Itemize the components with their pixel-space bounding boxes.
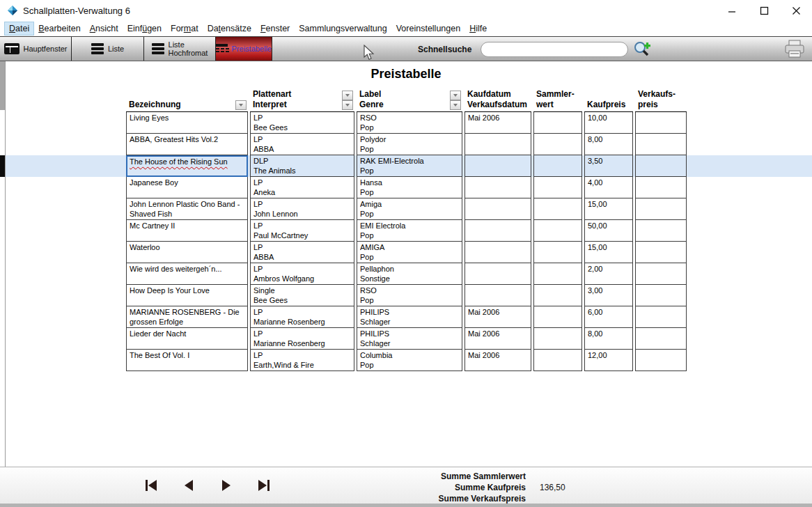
cell-kaufdatum[interactable]: Mai 2006 bbox=[464, 350, 531, 371]
table-row[interactable]: ABBA, Greatest Hits Vol.2 LP ABBA Polydo… bbox=[6, 134, 812, 155]
cell-bezeichnung[interactable]: Wie wird des weitergeh´n... bbox=[126, 263, 248, 285]
menu-item-datenstze[interactable]: Datensätze bbox=[203, 22, 256, 35]
cell-verkaufspreis[interactable] bbox=[635, 220, 687, 242]
cell-bezeichnung[interactable]: John Lennon Plastic Ono Band - Shaved Fi… bbox=[126, 198, 248, 220]
cell-bezeichnung[interactable]: Japanese Boy bbox=[126, 177, 248, 198]
cell-kaufpreis[interactable]: 3,50 bbox=[584, 155, 633, 177]
cell-kaufpreis[interactable]: 6,00 bbox=[584, 306, 633, 328]
cell-kaufpreis[interactable]: 4,00 bbox=[584, 177, 633, 198]
cell-sammlerwert[interactable] bbox=[533, 198, 582, 220]
cell-plattenart-interpret[interactable]: LP Earth,Wind & Fire bbox=[250, 350, 354, 371]
cell-plattenart-interpret[interactable]: LP ABBA bbox=[250, 242, 354, 263]
cell-label-genre[interactable]: Polydor Pop bbox=[357, 134, 462, 155]
cell-label-genre[interactable]: RAK EMI-Electrola Pop bbox=[357, 155, 462, 177]
cell-verkaufspreis[interactable] bbox=[635, 242, 687, 263]
maximize-button[interactable] bbox=[748, 0, 780, 21]
cell-label-genre[interactable]: Amiga Pop bbox=[357, 198, 462, 220]
minimize-button[interactable] bbox=[716, 0, 748, 21]
next-record-button[interactable] bbox=[218, 479, 235, 493]
cell-sammlerwert[interactable] bbox=[533, 263, 582, 285]
cell-plattenart-interpret[interactable]: LP ABBA bbox=[250, 134, 354, 155]
menu-item-bearbeiten[interactable]: Bearbeiten bbox=[34, 22, 84, 35]
menu-item-sammlungsverwaltung[interactable]: Sammlungsverwaltung bbox=[295, 22, 391, 35]
cell-verkaufspreis[interactable] bbox=[635, 328, 687, 350]
menu-item-hilfe[interactable]: Hilfe bbox=[465, 22, 491, 35]
cell-kaufpreis[interactable]: 8,00 bbox=[584, 328, 633, 350]
table-row[interactable]: Lieder der Nacht LP Marianne Rosenberg P… bbox=[6, 328, 812, 350]
cell-kaufpreis[interactable]: 2,00 bbox=[584, 263, 633, 285]
cell-verkaufspreis[interactable] bbox=[635, 263, 687, 285]
cell-kaufdatum[interactable] bbox=[464, 134, 531, 155]
cell-label-genre[interactable]: AMIGA Pop bbox=[357, 242, 462, 263]
genre-sort-dropdown chevron-down-icon[interactable] bbox=[450, 100, 461, 110]
cell-kaufpreis[interactable]: 3,00 bbox=[584, 285, 633, 306]
table-row[interactable]: The Best Of Vol. I LP Earth,Wind & Fire … bbox=[6, 350, 812, 371]
cell-kaufpreis[interactable]: 15,00 bbox=[584, 242, 633, 263]
cell-kaufdatum[interactable]: Mai 2006 bbox=[464, 112, 531, 134]
cell-kaufpreis[interactable]: 8,00 bbox=[584, 134, 633, 155]
cell-kaufpreis[interactable]: 12,00 bbox=[584, 350, 633, 371]
cell-label-genre[interactable]: Hansa Pop bbox=[357, 177, 462, 198]
cell-plattenart-interpret[interactable]: LP Marianne Rosenberg bbox=[250, 306, 354, 328]
cell-kaufdatum[interactable] bbox=[464, 220, 531, 242]
cell-bezeichnung[interactable]: The Best Of Vol. I bbox=[126, 350, 248, 371]
cell-bezeichnung[interactable]: How Deep Is Your Love bbox=[126, 285, 248, 306]
cell-plattenart-interpret[interactable]: LP Aneka bbox=[250, 177, 354, 198]
hauptfenster-button[interactable]: Hauptfenster bbox=[0, 37, 72, 61]
cell-bezeichnung[interactable]: Lieder der Nacht bbox=[126, 328, 248, 350]
table-row[interactable]: The House of the Rising Sun DLP The Anim… bbox=[6, 155, 812, 177]
cell-verkaufspreis[interactable] bbox=[635, 306, 687, 328]
cell-kaufdatum[interactable] bbox=[464, 263, 531, 285]
cell-verkaufspreis[interactable] bbox=[635, 198, 687, 220]
cell-sammlerwert[interactable] bbox=[533, 285, 582, 306]
preistabelle-button[interactable]: Preistabelle bbox=[216, 37, 272, 61]
cell-kaufdatum[interactable] bbox=[464, 155, 531, 177]
table-row[interactable]: MARIANNE ROSENBERG - Die grossen Erfolge… bbox=[6, 306, 812, 328]
cell-sammlerwert[interactable] bbox=[533, 220, 582, 242]
table-row[interactable]: How Deep Is Your Love Single Bee Gees RS… bbox=[6, 285, 812, 306]
plattenart-sort-dropdown chevron-down-icon[interactable] bbox=[342, 91, 353, 100]
cell-sammlerwert[interactable] bbox=[533, 155, 582, 177]
previous-record-button[interactable] bbox=[180, 479, 197, 493]
menu-item-datei[interactable]: Datei bbox=[5, 22, 33, 35]
cell-bezeichnung[interactable]: ABBA, Greatest Hits Vol.2 bbox=[126, 134, 248, 155]
menu-item-einfgen[interactable]: Einfügen bbox=[123, 22, 166, 35]
print-icon[interactable] bbox=[783, 40, 806, 59]
table-row[interactable]: Japanese Boy LP Aneka Hansa Pop 4,00 bbox=[6, 177, 812, 198]
cell-label-genre[interactable]: EMI Electrola Pop bbox=[357, 220, 462, 242]
table-row[interactable]: Mc Cartney II LP Paul McCartney EMI Elec… bbox=[6, 220, 812, 242]
cell-verkaufspreis[interactable] bbox=[635, 134, 687, 155]
cell-kaufdatum[interactable]: Mai 2006 bbox=[464, 328, 531, 350]
cell-sammlerwert[interactable] bbox=[533, 328, 582, 350]
cell-label-genre[interactable]: PHILIPS Schlager bbox=[357, 306, 462, 328]
cell-bezeichnung[interactable]: Living Eyes bbox=[126, 112, 248, 134]
cell-kaufpreis[interactable]: 10,00 bbox=[584, 112, 633, 134]
cell-sammlerwert[interactable] bbox=[533, 112, 582, 134]
liste-button[interactable]: Liste bbox=[72, 37, 144, 61]
liste-hochformat-button[interactable]: Liste Hochfromat bbox=[144, 37, 216, 61]
cell-verkaufspreis[interactable] bbox=[635, 155, 687, 177]
record-rail-scrollbar[interactable] bbox=[0, 61, 6, 467]
cell-plattenart-interpret[interactable]: Single Bee Gees bbox=[250, 285, 354, 306]
cell-bezeichnung[interactable]: MARIANNE ROSENBERG - Die grossen Erfolge bbox=[126, 306, 248, 328]
menu-item-voreinstellungen[interactable]: Voreinstellungen bbox=[392, 22, 464, 35]
cell-verkaufspreis[interactable] bbox=[635, 177, 687, 198]
cell-plattenart-interpret[interactable]: LP Marianne Rosenberg bbox=[250, 328, 354, 350]
cell-label-genre[interactable]: RSO Pop bbox=[357, 285, 462, 306]
search-plus-icon[interactable] bbox=[632, 40, 652, 58]
table-row[interactable]: John Lennon Plastic Ono Band - Shaved Fi… bbox=[6, 198, 812, 220]
label-sort-dropdown chevron-down-icon[interactable] bbox=[450, 91, 461, 100]
cell-label-genre[interactable]: Pellaphon Sonstige bbox=[357, 263, 462, 285]
cell-bezeichnung[interactable]: The House of the Rising Sun bbox=[126, 155, 248, 177]
cell-label-genre[interactable]: RSO Pop bbox=[357, 112, 462, 134]
menu-item-format[interactable]: Format bbox=[166, 22, 203, 35]
menu-item-fenster[interactable]: Fenster bbox=[256, 22, 294, 35]
cell-bezeichnung[interactable]: Mc Cartney II bbox=[126, 220, 248, 242]
cell-kaufdatum[interactable] bbox=[464, 198, 531, 220]
cell-plattenart-interpret[interactable]: LP John Lennon bbox=[250, 198, 354, 220]
cell-verkaufspreis[interactable] bbox=[635, 112, 687, 134]
cell-sammlerwert[interactable] bbox=[533, 306, 582, 328]
cell-sammlerwert[interactable] bbox=[533, 134, 582, 155]
cell-bezeichnung[interactable]: Waterloo bbox=[126, 242, 248, 263]
bezeichnung-sort-dropdown chevron-down-icon[interactable] bbox=[235, 100, 247, 110]
